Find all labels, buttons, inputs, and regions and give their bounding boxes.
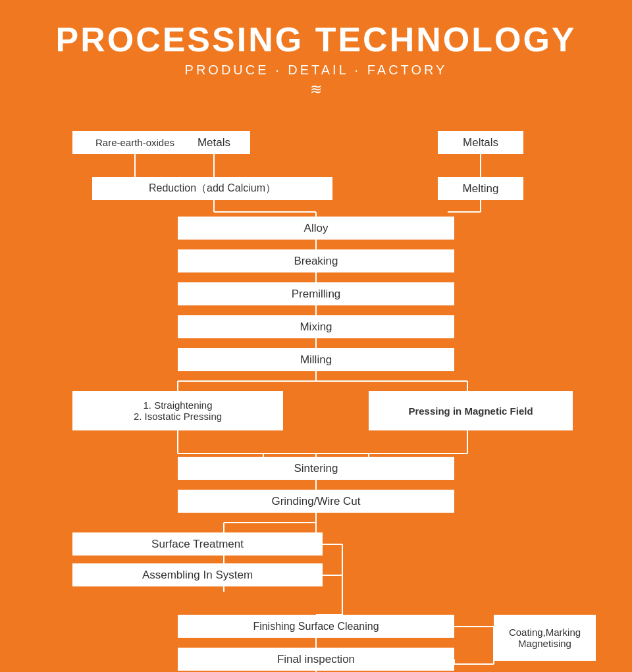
assembling-box: Assembling In System	[72, 563, 323, 586]
header: PROCESSING TECHNOLOGY PRODUCE · DETAIL ·…	[13, 20, 619, 98]
page-container: PROCESSING TECHNOLOGY PRODUCE · DETAIL ·…	[0, 0, 632, 672]
alloy-box: Alloy	[178, 217, 454, 240]
metals-box: Metals	[178, 131, 250, 154]
melting-box: Melting	[438, 177, 523, 200]
flow-diagram: Rare-earth-oxides Metals Meltals Reducti…	[33, 118, 599, 672]
milling-box: Milling	[178, 348, 454, 371]
final-inspection-box: Final inspection	[178, 648, 454, 671]
page-title: PROCESSING TECHNOLOGY	[13, 20, 619, 59]
premilling-box: Premilling	[178, 282, 454, 305]
pressing-box: Pressing in Magnetic Field	[369, 391, 573, 430]
breaking-box: Breaking	[178, 249, 454, 272]
reduction-box: Reduction（add Calcium）	[92, 177, 332, 200]
page-subtitle: PRODUCE · DETAIL · FACTORY	[13, 63, 619, 78]
mixing-box: Mixing	[178, 315, 454, 338]
grinding-box: Grinding/Wire Cut	[178, 490, 454, 513]
finishing-box: Finishing Surface Cleaning	[178, 615, 454, 638]
header-symbol: ≋	[13, 81, 619, 98]
sintering-box: Sintering	[178, 457, 454, 480]
coating-box: Coating,Marking Magnetising	[494, 615, 596, 661]
straightening-box: 1. Straightening 2. Isostatic Pressing	[72, 391, 283, 430]
meltals-box: Meltals	[438, 131, 523, 154]
surface-box: Surface Treatment	[72, 532, 323, 556]
